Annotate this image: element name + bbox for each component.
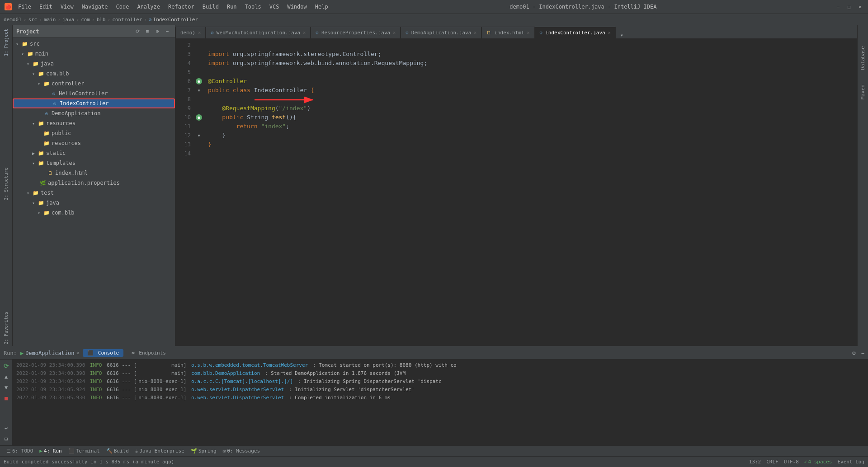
breadcrumb-current[interactable]: ⊙ IndexController — [149, 17, 198, 23]
messages-btn[interactable]: ✉ 0: Messages — [220, 447, 263, 455]
tree-item-test-com-blb[interactable]: ▾ 📁 com.blb — [13, 208, 175, 218]
tab-resource-props[interactable]: ⊙ ResourceProperties.java × — [311, 27, 401, 38]
java-enterprise-btn[interactable]: ☕ Java Enterprise — [132, 447, 187, 455]
tree-item-java[interactable]: ▾ 📁 java — [13, 59, 175, 69]
run-wrap-btn[interactable]: ↩ — [2, 424, 11, 433]
panel-gear-btn[interactable]: ⚙ — [153, 28, 161, 36]
window-title: demo01 - IndexController.java - IntelliJ… — [509, 4, 656, 10]
favorites-icon[interactable]: 2: Favorites — [3, 310, 9, 346]
tree-item-app-props[interactable]: 🌿 application.properties — [13, 178, 175, 188]
fold-arrow-2[interactable]: ▾ — [197, 132, 200, 139]
run-gear-btn[interactable]: ⚙ — [852, 350, 856, 356]
tab-webmvc[interactable]: ⊙ WebMvcAutoConfiguration.java × — [206, 27, 311, 38]
menu-analyze[interactable]: Analyze — [133, 3, 164, 11]
menu-file[interactable]: File — [14, 3, 35, 11]
tab-close-resource-props[interactable]: × — [393, 30, 396, 35]
tab-close-webmvc[interactable]: × — [303, 30, 306, 35]
breadcrumb-src[interactable]: src — [28, 17, 37, 23]
bottom-area: Run: ▶ DemoApplication × ⬛ Console ≈ End… — [0, 346, 868, 445]
indent-indicator[interactable]: ✓ 4 spaces — [804, 459, 832, 465]
line-separator[interactable]: CRLF — [766, 459, 778, 465]
tab-demo-app[interactable]: ⊙ DemoApplication.java × — [401, 27, 481, 38]
run-restart-btn[interactable]: ⟳ — [2, 361, 11, 370]
fold-arrow[interactable]: ▾ — [197, 87, 200, 93]
tab-index-controller[interactable]: ⊙ IndexController.java × — [535, 27, 616, 38]
tree-item-src[interactable]: ▾ 📁 src — [13, 39, 175, 49]
tree-item-index-controller[interactable]: ⊙ IndexController — [13, 98, 175, 108]
spring-btn[interactable]: 🌱 Spring — [188, 447, 219, 455]
tab-close-demo[interactable]: × — [198, 30, 201, 35]
project-icon[interactable]: 1: Project — [3, 27, 9, 58]
todo-btn[interactable]: ☰ 6: TODO — [4, 447, 36, 455]
menu-vcs[interactable]: VCS — [266, 3, 283, 11]
menu-refactor[interactable]: Refactor — [165, 3, 198, 11]
breadcrumb-java[interactable]: java — [62, 17, 75, 23]
breadcrumb-demo01[interactable]: demo01 — [4, 17, 22, 23]
run-filter-btn[interactable]: ⊟ — [2, 434, 11, 444]
tree-item-index-html[interactable]: 🗒 index.html — [13, 168, 175, 178]
tree-item-controller[interactable]: ▾ 📁 controller — [13, 79, 175, 89]
run-btn[interactable]: ▶ 4: Run — [37, 447, 64, 455]
right-tab-maven[interactable]: Maven — [859, 82, 867, 102]
tree-item-test-java[interactable]: ▾ 📁 java — [13, 198, 175, 208]
menu-help[interactable]: Help — [311, 3, 332, 11]
menu-run[interactable]: Run — [223, 3, 241, 11]
run-tab-endpoints[interactable]: ≈ Endpoints — [127, 349, 170, 357]
encoding[interactable]: UTF-8 — [784, 459, 799, 465]
panel-minus-btn[interactable]: − — [163, 28, 171, 36]
menu-code[interactable]: Code — [113, 3, 133, 11]
maximize-btn[interactable]: □ — [845, 3, 853, 10]
panel-collapse-btn[interactable]: ≡ — [143, 28, 151, 36]
event-log[interactable]: Event Log — [837, 459, 864, 465]
build-btn[interactable]: 🔨 Build — [104, 447, 132, 455]
folder-icon: 📁 — [43, 80, 50, 87]
menu-window[interactable]: Window — [283, 3, 310, 11]
tree-item-com-blb[interactable]: ▾ 📁 com.blb — [13, 69, 175, 79]
tree-item-hello-controller[interactable]: ⊙ HelloController — [13, 89, 175, 98]
tab-close-index-controller[interactable]: × — [608, 30, 611, 35]
right-tab-database[interactable]: Database — [859, 43, 867, 73]
breadcrumb-com[interactable]: com — [81, 17, 90, 23]
window-controls[interactable]: − □ × — [835, 3, 863, 10]
menu-tools[interactable]: Tools — [241, 3, 265, 11]
build-status: Build completed successfully in 1 s 835 … — [4, 459, 175, 465]
tree-item-public[interactable]: 📁 public — [13, 128, 175, 138]
menu-view[interactable]: View — [57, 3, 77, 11]
tab-close-demo-app[interactable]: × — [474, 30, 476, 35]
tree-item-main[interactable]: ▾ 📁 main — [13, 49, 175, 59]
cursor-position[interactable]: 13:2 — [749, 459, 761, 465]
folder-icon: 📁 — [32, 60, 39, 67]
run-scroll-up-btn[interactable]: ▲ — [2, 372, 11, 381]
tree-item-demo-application[interactable]: ⊙ DemoApplication — [13, 108, 175, 118]
tree-item-static[interactable]: ▶ 📁 static — [13, 148, 175, 158]
code-container: 2 3 4 5 6 7 8 9 10 11 12 13 14 — [175, 39, 857, 346]
bean-gutter-icon[interactable]: ● — [196, 78, 202, 84]
tab-close-index-html[interactable]: × — [527, 30, 530, 35]
structure-icon[interactable]: 2: Structure — [3, 166, 9, 202]
panel-sync-btn[interactable]: ⟳ — [133, 28, 142, 36]
close-btn[interactable]: × — [856, 3, 863, 10]
run-minimize-btn[interactable]: − — [861, 350, 864, 356]
tab-index-html[interactable]: 🗒 index.html × — [481, 27, 534, 38]
tab-overflow-btn[interactable]: ▾ — [618, 32, 626, 38]
tab-demo[interactable]: demo) × — [175, 27, 206, 38]
tree-item-templates[interactable]: ▾ 📁 templates — [13, 158, 175, 168]
run-scroll-down-btn[interactable]: ▼ — [2, 383, 11, 392]
minimize-btn[interactable]: − — [835, 3, 842, 10]
menu-build[interactable]: Build — [199, 3, 222, 11]
breadcrumb-controller[interactable]: controller — [112, 17, 142, 23]
terminal-btn[interactable]: ⬛ Terminal — [66, 447, 103, 455]
code-line-14 — [208, 149, 857, 158]
tree-item-test[interactable]: ▾ 📁 test — [13, 188, 175, 198]
breadcrumb-blb[interactable]: blb — [97, 17, 106, 23]
method-gutter-icon[interactable]: ● — [196, 114, 202, 121]
code-line-8 — [208, 95, 857, 104]
tree-item-resources[interactable]: ▾ 📁 resources — [13, 118, 175, 128]
menu-edit[interactable]: Edit — [36, 3, 56, 11]
menu-navigate[interactable]: Navigate — [78, 3, 112, 11]
breadcrumb-main[interactable]: main — [44, 17, 56, 23]
code-content[interactable]: import org.springframework.stereotype.Co… — [204, 39, 857, 346]
run-tab-console[interactable]: ⬛ Console — [83, 349, 123, 357]
tree-item-resources-sub[interactable]: 📁 resources — [13, 138, 175, 148]
run-stop-btn[interactable]: ■ — [2, 394, 11, 403]
